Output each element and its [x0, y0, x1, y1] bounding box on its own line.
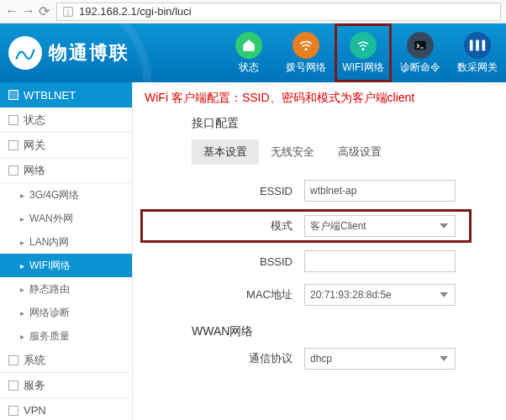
tab-security[interactable]: 无线安全	[259, 139, 326, 165]
label-mac: MAC地址	[145, 287, 304, 302]
label-mode: 模式	[145, 218, 304, 234]
topnav-dial[interactable]: 拨号网络	[277, 24, 335, 82]
input-bssid[interactable]	[304, 250, 456, 272]
square-icon	[8, 165, 18, 176]
brand-name: 物通博联	[49, 40, 129, 66]
svg-rect-5	[414, 40, 426, 50]
row-mac: MAC地址 20:71:93:28:8d:5e	[145, 284, 494, 306]
select-proto[interactable]: dhcp	[304, 348, 456, 370]
row-mode: 模式 客户端Client	[145, 213, 467, 239]
sidebar-item-system[interactable]: 系统	[0, 348, 132, 373]
svg-rect-7	[476, 39, 479, 50]
sidebar-sub-route[interactable]: 静态路由	[0, 277, 132, 301]
row-proto: 通信协议 dhcp	[145, 348, 494, 370]
content-pane: WiFi 客户端配置：SSID、密码和模式为客户端client 接口配置 基本设…	[133, 82, 506, 420]
url-text: 192.168.2.1/cgi-bin/luci	[79, 5, 192, 18]
topnav-wifi[interactable]: WIFI网络	[335, 24, 392, 82]
select-mode[interactable]: 客户端Client	[304, 215, 456, 237]
square-icon	[8, 115, 18, 125]
svg-point-3	[305, 48, 308, 50]
terminal-icon	[407, 32, 434, 59]
topnav-diag[interactable]: 诊断命令	[392, 24, 449, 82]
sidebar-sub-wifi[interactable]: WIFI网络	[0, 254, 132, 277]
page-info-icon	[62, 6, 74, 18]
row-bssid: BSSID	[145, 250, 494, 272]
sidebar-sub-wan[interactable]: WAN外网	[0, 207, 132, 230]
url-bar[interactable]: 192.168.2.1/cgi-bin/luci	[56, 3, 501, 21]
sidebar-item-status[interactable]: 状态	[0, 108, 132, 133]
square-icon	[8, 140, 18, 150]
reload-icon[interactable]: ⟳	[39, 3, 50, 19]
svg-rect-8	[482, 39, 486, 50]
forward-icon[interactable]: →	[22, 3, 35, 19]
topnav-label: 拨号网络	[286, 60, 326, 75]
sidebar-sub-qos[interactable]: 服务质量	[0, 324, 132, 348]
topnav-label: 数采网关	[457, 60, 498, 75]
sidebar-item-service[interactable]: 服务	[0, 373, 132, 398]
label-essid: ESSID	[145, 185, 304, 197]
gateway-icon	[464, 32, 491, 59]
section-title-interface: 接口配置	[145, 116, 494, 131]
select-mac[interactable]: 20:71:93:28:8d:5e	[304, 284, 456, 306]
monitor-icon	[8, 90, 18, 100]
sidebar-sub-3g4g[interactable]: 3G/4G网络	[0, 183, 132, 207]
topnav-status[interactable]: 状态	[220, 24, 277, 82]
label-bssid: BSSID	[145, 255, 304, 268]
sidebar-sub-lan[interactable]: LAN内网	[0, 230, 132, 254]
svg-point-2	[67, 13, 69, 14]
topnav-label: WIFI网络	[342, 60, 383, 75]
home-icon	[235, 32, 262, 59]
input-essid[interactable]	[304, 180, 456, 202]
app-header: 物通博联 状态 拨号网络 WIFI网络 诊断命令 数采网关	[0, 24, 506, 82]
annotation-text: WiFi 客户端配置：SSID、密码和模式为客户端client	[145, 91, 494, 106]
brand-logo	[8, 36, 42, 70]
sidebar-item-network[interactable]: 网络	[0, 158, 132, 183]
tabs: 基本设置 无线安全 高级设置	[192, 139, 494, 165]
label-proto: 通信协议	[145, 351, 304, 366]
square-icon	[8, 355, 18, 365]
svg-rect-6	[470, 39, 473, 50]
sidebar-title[interactable]: WTBLNET	[0, 82, 132, 108]
topnav-gateway[interactable]: 数采网关	[449, 24, 506, 82]
back-icon[interactable]: ←	[5, 3, 18, 19]
top-nav: 状态 拨号网络 WIFI网络 诊断命令 数采网关	[220, 24, 506, 82]
wifi-icon	[350, 32, 377, 59]
sidebar: WTBLNET 状态 网关 网络 3G/4G网络 WAN外网 LAN内网 WIF…	[0, 82, 133, 420]
square-icon	[8, 406, 18, 416]
square-icon	[8, 381, 18, 391]
tab-basic[interactable]: 基本设置	[192, 139, 259, 165]
topnav-label: 诊断命令	[400, 60, 440, 75]
sidebar-item-vpn[interactable]: VPN	[0, 398, 132, 420]
signal-icon	[293, 32, 319, 59]
sidebar-item-gateway[interactable]: 网关	[0, 133, 132, 158]
row-essid: ESSID	[145, 180, 494, 202]
tab-advanced[interactable]: 高级设置	[326, 139, 393, 165]
browser-nav: ← → ⟳	[5, 3, 50, 19]
sidebar-sub-diag[interactable]: 网络诊断	[0, 301, 132, 324]
section-title-wwan: WWAN网络	[145, 324, 494, 339]
svg-point-4	[362, 48, 365, 50]
topnav-label: 状态	[239, 60, 259, 75]
browser-bar: ← → ⟳ 192.168.2.1/cgi-bin/luci	[0, 0, 506, 24]
main-area: WTBLNET 状态 网关 网络 3G/4G网络 WAN外网 LAN内网 WIF…	[0, 82, 506, 420]
